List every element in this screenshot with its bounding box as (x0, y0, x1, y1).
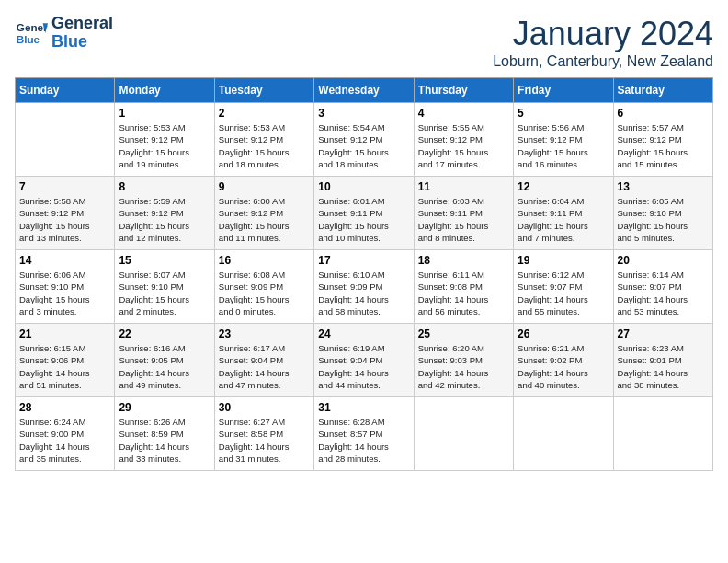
day-number: 8 (119, 180, 210, 193)
day-header-saturday: Saturday (613, 78, 712, 103)
day-number: 7 (19, 180, 110, 193)
day-number: 28 (19, 401, 110, 414)
calendar-cell: 22Sunrise: 6:16 AM Sunset: 9:05 PM Dayli… (115, 324, 214, 397)
cell-info: Sunrise: 6:15 AM Sunset: 9:06 PM Dayligh… (19, 342, 110, 391)
location-title: Loburn, Canterbury, New Zealand (493, 53, 713, 70)
calendar-table: SundayMondayTuesdayWednesdayThursdayFrid… (15, 77, 713, 471)
cell-info: Sunrise: 6:16 AM Sunset: 9:05 PM Dayligh… (119, 342, 210, 391)
calendar-cell: 20Sunrise: 6:14 AM Sunset: 9:07 PM Dayli… (613, 250, 712, 324)
cell-info: Sunrise: 6:19 AM Sunset: 9:04 PM Dayligh… (318, 342, 409, 391)
day-number: 15 (119, 254, 210, 267)
cell-info: Sunrise: 6:12 AM Sunset: 9:07 PM Dayligh… (518, 269, 609, 317)
calendar-cell: 8Sunrise: 5:59 AM Sunset: 9:12 PM Daylig… (115, 177, 214, 250)
calendar-cell: 21Sunrise: 6:15 AM Sunset: 9:06 PM Dayli… (16, 324, 115, 397)
calendar-cell: 29Sunrise: 6:26 AM Sunset: 8:59 PM Dayli… (115, 397, 214, 471)
calendar-cell: 24Sunrise: 6:19 AM Sunset: 9:04 PM Dayli… (314, 324, 414, 397)
cell-info: Sunrise: 6:24 AM Sunset: 9:00 PM Dayligh… (19, 416, 110, 465)
calendar-cell: 30Sunrise: 6:27 AM Sunset: 8:58 PM Dayli… (214, 397, 313, 471)
cell-info: Sunrise: 6:10 AM Sunset: 9:09 PM Dayligh… (318, 269, 409, 317)
day-number: 25 (418, 327, 509, 340)
calendar-cell: 18Sunrise: 6:11 AM Sunset: 9:08 PM Dayli… (414, 250, 513, 324)
logo-icon: General Blue (15, 17, 48, 50)
calendar-cell: 26Sunrise: 6:21 AM Sunset: 9:02 PM Dayli… (514, 324, 613, 397)
day-number: 13 (618, 180, 709, 193)
day-number: 16 (219, 254, 310, 267)
calendar-cell: 7Sunrise: 5:58 AM Sunset: 9:12 PM Daylig… (16, 177, 115, 250)
day-number: 1 (119, 107, 210, 120)
cell-info: Sunrise: 6:06 AM Sunset: 9:10 PM Dayligh… (19, 269, 110, 317)
day-number: 14 (19, 254, 110, 267)
calendar-cell: 13Sunrise: 6:05 AM Sunset: 9:10 PM Dayli… (613, 177, 712, 250)
day-header-tuesday: Tuesday (214, 78, 313, 103)
calendar-week-row: 7Sunrise: 5:58 AM Sunset: 9:12 PM Daylig… (16, 177, 713, 250)
logo-text-blue: Blue (51, 33, 113, 52)
calendar-header-row: SundayMondayTuesdayWednesdayThursdayFrid… (16, 78, 713, 103)
cell-info: Sunrise: 6:14 AM Sunset: 9:07 PM Dayligh… (618, 269, 709, 317)
cell-info: Sunrise: 6:27 AM Sunset: 8:58 PM Dayligh… (219, 416, 310, 465)
day-number: 5 (518, 107, 609, 120)
day-header-sunday: Sunday (16, 78, 115, 103)
calendar-cell (613, 397, 712, 471)
day-number: 4 (418, 107, 509, 120)
calendar-cell: 12Sunrise: 6:04 AM Sunset: 9:11 PM Dayli… (514, 177, 613, 250)
day-number: 31 (318, 401, 409, 414)
calendar-cell: 6Sunrise: 5:57 AM Sunset: 9:12 PM Daylig… (613, 103, 712, 177)
calendar-cell: 2Sunrise: 5:53 AM Sunset: 9:12 PM Daylig… (214, 103, 313, 177)
day-number: 9 (219, 180, 310, 193)
cell-info: Sunrise: 6:03 AM Sunset: 9:11 PM Dayligh… (418, 195, 509, 244)
day-number: 11 (418, 180, 509, 193)
cell-info: Sunrise: 6:11 AM Sunset: 9:08 PM Dayligh… (418, 269, 509, 317)
day-number: 12 (518, 180, 609, 193)
day-number: 23 (219, 327, 310, 340)
day-number: 22 (119, 327, 210, 340)
day-number: 30 (219, 401, 310, 414)
calendar-cell: 5Sunrise: 5:56 AM Sunset: 9:12 PM Daylig… (514, 103, 613, 177)
calendar-week-row: 28Sunrise: 6:24 AM Sunset: 9:00 PM Dayli… (16, 397, 713, 471)
calendar-cell: 1Sunrise: 5:53 AM Sunset: 9:12 PM Daylig… (115, 103, 214, 177)
calendar-cell: 31Sunrise: 6:28 AM Sunset: 8:57 PM Dayli… (314, 397, 414, 471)
day-number: 20 (618, 254, 709, 267)
calendar-cell: 16Sunrise: 6:08 AM Sunset: 9:09 PM Dayli… (214, 250, 313, 324)
calendar-cell: 19Sunrise: 6:12 AM Sunset: 9:07 PM Dayli… (514, 250, 613, 324)
calendar-cell: 27Sunrise: 6:23 AM Sunset: 9:01 PM Dayli… (613, 324, 712, 397)
calendar-cell: 28Sunrise: 6:24 AM Sunset: 9:00 PM Dayli… (16, 397, 115, 471)
cell-info: Sunrise: 5:53 AM Sunset: 9:12 PM Dayligh… (219, 121, 310, 170)
calendar-cell: 17Sunrise: 6:10 AM Sunset: 9:09 PM Dayli… (314, 250, 414, 324)
cell-info: Sunrise: 6:04 AM Sunset: 9:11 PM Dayligh… (518, 195, 609, 244)
day-number: 10 (318, 180, 409, 193)
day-number: 29 (119, 401, 210, 414)
logo: General Blue General Blue (15, 15, 113, 52)
day-number: 26 (518, 327, 609, 340)
day-number: 19 (518, 254, 609, 267)
cell-info: Sunrise: 6:23 AM Sunset: 9:01 PM Dayligh… (618, 342, 709, 391)
day-header-thursday: Thursday (414, 78, 513, 103)
cell-info: Sunrise: 6:08 AM Sunset: 9:09 PM Dayligh… (219, 269, 310, 317)
cell-info: Sunrise: 5:57 AM Sunset: 9:12 PM Dayligh… (618, 121, 709, 170)
day-number: 18 (418, 254, 509, 267)
calendar-cell: 14Sunrise: 6:06 AM Sunset: 9:10 PM Dayli… (16, 250, 115, 324)
logo-text-general: General (51, 15, 113, 33)
svg-text:General: General (17, 21, 48, 33)
cell-info: Sunrise: 6:21 AM Sunset: 9:02 PM Dayligh… (518, 342, 609, 391)
calendar-cell (514, 397, 613, 471)
page-header: General Blue General Blue January 2024 L… (15, 15, 713, 70)
cell-info: Sunrise: 5:53 AM Sunset: 9:12 PM Dayligh… (119, 121, 210, 170)
cell-info: Sunrise: 5:55 AM Sunset: 9:12 PM Dayligh… (418, 121, 509, 170)
cell-info: Sunrise: 6:17 AM Sunset: 9:04 PM Dayligh… (219, 342, 310, 391)
day-number: 6 (618, 107, 709, 120)
calendar-cell: 15Sunrise: 6:07 AM Sunset: 9:10 PM Dayli… (115, 250, 214, 324)
cell-info: Sunrise: 6:20 AM Sunset: 9:03 PM Dayligh… (418, 342, 509, 391)
calendar-week-row: 21Sunrise: 6:15 AM Sunset: 9:06 PM Dayli… (16, 324, 713, 397)
calendar-week-row: 1Sunrise: 5:53 AM Sunset: 9:12 PM Daylig… (16, 103, 713, 177)
day-header-monday: Monday (115, 78, 214, 103)
calendar-cell: 23Sunrise: 6:17 AM Sunset: 9:04 PM Dayli… (214, 324, 313, 397)
day-header-friday: Friday (514, 78, 613, 103)
calendar-cell (414, 397, 513, 471)
day-number: 24 (318, 327, 409, 340)
day-number: 27 (618, 327, 709, 340)
cell-info: Sunrise: 5:59 AM Sunset: 9:12 PM Dayligh… (119, 195, 210, 244)
cell-info: Sunrise: 6:05 AM Sunset: 9:10 PM Dayligh… (618, 195, 709, 244)
day-number: 21 (19, 327, 110, 340)
day-number: 17 (318, 254, 409, 267)
day-number: 2 (219, 107, 310, 120)
